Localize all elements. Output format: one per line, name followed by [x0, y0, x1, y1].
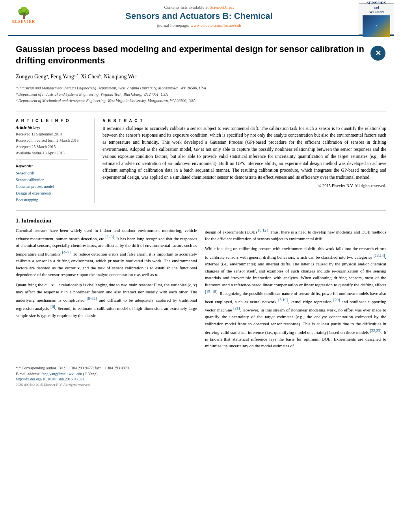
affil-sup-b: b — [99, 73, 101, 77]
keywords-label: Keywords: — [16, 164, 88, 168]
history-received: Received 11 September 2014 — [16, 131, 88, 137]
ref-6-19: [6,19] — [278, 298, 288, 302]
ref-15-18: [15–18] — [205, 289, 218, 294]
ref-21: [21] — [233, 306, 240, 310]
article-title: Gaussian process based modeling and expe… — [16, 44, 365, 66]
page-header: 🌳 ELSEVIER Contents lists available at S… — [0, 0, 402, 35]
body-paragraph-2: Quantifying the c − x − r relationship i… — [16, 282, 197, 319]
ref-6: [6] — [50, 304, 55, 309]
footnote-email-label: E-mail address: — [16, 372, 40, 376]
actuators-word: AcTuators — [363, 10, 390, 15]
keyword-4: Design of experiments — [16, 190, 88, 196]
affil-sup-a1: a — [46, 73, 48, 77]
crossmark-badge: ✕ — [370, 46, 386, 61]
abstract-heading: A B S T R A C T — [102, 119, 386, 123]
keyword-1: Sensor drift — [16, 170, 88, 176]
body-paragraph-1: Chemical sensors have been widely used i… — [16, 227, 197, 278]
footnote-corresponding: * * Corresponding author. Tel.: +1 304 2… — [16, 365, 386, 371]
body-paragraph-4: While focusing on calibrating sensors wi… — [205, 245, 386, 350]
journal-homepage: journal homepage: www.elsevier.com/locat… — [39, 23, 359, 28]
history-accepted: Accepted 25 March 2015 — [16, 144, 88, 150]
keyword-3: Gaussian process model — [16, 183, 88, 190]
header-center: Contents lists available at ScienceDirec… — [39, 3, 359, 31]
footnote-star-text: * * Corresponding author. Tel.: +1 304 2… — [16, 366, 130, 370]
crossmark-circle: ✕ — [370, 46, 385, 61]
author-name-wu: Nianqiang Wu — [104, 74, 136, 80]
footer-copyright: 0925-4005/© 2015 Elsevier B.V. All right… — [16, 383, 386, 387]
article-info-heading: A R T I C L E I N F O — [16, 119, 88, 123]
body-col-left: Chemical sensors have been widely used i… — [16, 227, 197, 353]
journal-title: Sensors and Actuators B: Chemical — [39, 11, 359, 21]
ref-6-12: [6,12] — [258, 228, 268, 232]
author-name-geng: Zongyu Geng — [16, 74, 46, 80]
journal-logo-box: SENSORS and AcTuators B — [359, 3, 394, 35]
footer-section: * * Corresponding author. Tel.: +1 304 2… — [0, 361, 402, 389]
affiliation-b: ᵇ Department of Industrial and Systems E… — [16, 91, 386, 98]
main-body: 1. Introduction Chemical sensors have be… — [0, 214, 402, 357]
ref-1-3: [1–3] — [105, 235, 114, 239]
body-paragraph-3: design of experiments (DOE) [6,12]. Thus… — [205, 227, 386, 243]
and-word: and — [363, 6, 390, 10]
email-link[interactable]: feng.yang@mail.wvu.edu — [41, 372, 82, 376]
ref-13-14: [13,14] — [374, 253, 385, 258]
article-info-left: A R T I C L E I N F O Article history: R… — [16, 119, 95, 203]
elsevier-text: ELSEVIER — [12, 19, 35, 24]
affiliations-section: ᵃ Industrial and Management Systems Engi… — [0, 83, 402, 108]
affil-sup-a2: a,* — [74, 73, 78, 77]
affiliation-a: ᵃ Industrial and Management Systems Engi… — [16, 85, 386, 91]
affil-sup-c: c — [136, 73, 137, 77]
crossmark-icon: ✕ — [375, 49, 381, 57]
abstract-section: A B S T R A C T It remains a challenge t… — [102, 119, 386, 203]
sensors-cover-image: B — [363, 15, 390, 37]
history-label: Article history: — [16, 125, 88, 130]
abstract-copyright: © 2015 Elsevier B.V. All rights reserved… — [102, 184, 386, 188]
author-name-yang: Feng Yang — [50, 74, 74, 80]
contents-label: Contents lists available at ScienceDirec… — [39, 5, 359, 9]
article-info-section: A R T I C L E I N F O Article history: R… — [0, 115, 402, 207]
two-column-body: Chemical sensors have been widely used i… — [16, 227, 386, 353]
homepage-url[interactable]: www.elsevier.com/locate/snb — [190, 23, 241, 28]
keyword-2: Sensor calibration — [16, 176, 88, 183]
affiliation-c: ᶜ Department of Mechanical and Aerospace… — [16, 98, 386, 104]
article-title-block: Gaussian process based modeling and expe… — [16, 44, 365, 66]
history-online: Available online 13 April 2015 — [16, 150, 88, 156]
section-divider-2 — [16, 210, 386, 211]
history-revised: Received in revised form 2 March 2015 — [16, 137, 88, 144]
section-divider-1 — [16, 111, 386, 111]
sciencedirect-link[interactable]: ScienceDirect — [210, 5, 234, 9]
ref-22-23: [22,23] — [370, 328, 381, 333]
ref-8-11: [8–11] — [87, 296, 97, 300]
authors-section: Zongyu Genga, Feng Yanga,*, Xi Chenb, Ni… — [0, 70, 402, 83]
sensors-logo: SENSORS and AcTuators B — [363, 0, 390, 37]
body-col-right: design of experiments (DOE) [6,12]. Thus… — [205, 227, 386, 353]
author-name-chen: Xi Chen — [81, 74, 99, 80]
sensors-word: SENSORS — [363, 0, 390, 6]
footnote-email: E-mail address: feng.yang@mail.wvu.edu (… — [16, 371, 386, 377]
keywords-section: Keywords: Sensor drift Sensor calibratio… — [16, 164, 88, 203]
elsevier-logo: 🌳 ELSEVIER — [8, 3, 39, 27]
article-header: Gaussian process based modeling and expe… — [0, 36, 402, 70]
thin-rule — [16, 159, 88, 160]
section1-title: 1. Introduction — [16, 218, 386, 224]
doi-link[interactable]: http://dx.doi.org/10.1016/j.snb.2015.03.… — [16, 377, 386, 381]
elsevier-tree-icon: 🌳 — [17, 6, 31, 19]
abstract-text: It remains a challenge to accurately cal… — [102, 125, 386, 182]
keyword-5: Bootstrapping — [16, 196, 88, 203]
ref-4-7: [4–7] — [62, 250, 71, 254]
footnote-person: (F. Yang). — [83, 372, 99, 376]
ref-20: [20] — [333, 298, 340, 302]
